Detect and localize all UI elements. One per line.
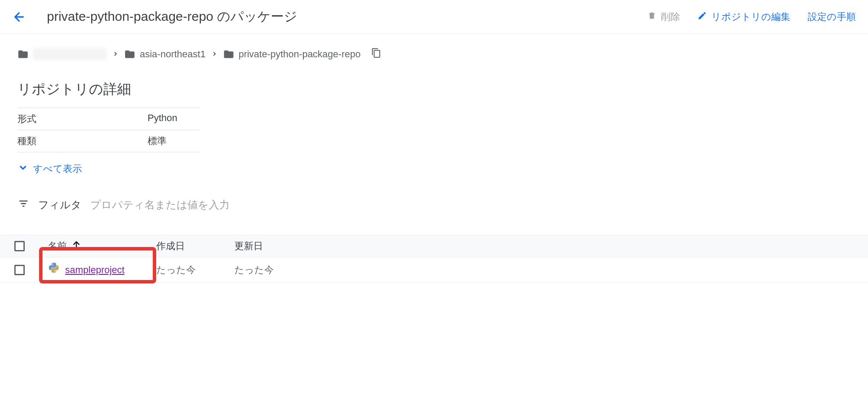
copy-button[interactable] [371, 48, 381, 61]
detail-format-value: Python [148, 112, 200, 125]
detail-type-label: 種類 [17, 135, 148, 148]
chevron-right-icon [211, 49, 218, 60]
show-all-label: すべて表示 [33, 162, 82, 175]
package-link[interactable]: sampleproject [65, 264, 125, 276]
page-title: private-python-package-repo のパッケージ [47, 8, 647, 26]
edit-repo-button[interactable]: リポジトリの編集 [697, 10, 790, 23]
breadcrumb-project[interactable] [17, 48, 107, 60]
copy-icon [371, 48, 381, 58]
breadcrumb-project-blurred [33, 48, 107, 60]
pencil-icon [697, 11, 707, 23]
detail-format-label: 形式 [17, 112, 148, 125]
col-updated-header[interactable]: 更新日 [234, 240, 321, 253]
filter-input[interactable]: プロパティ名または値を入力 [90, 198, 230, 212]
folder-icon [223, 49, 234, 60]
filter-icon[interactable] [17, 198, 30, 212]
folder-icon [124, 49, 135, 60]
col-created-header[interactable]: 作成日 [156, 240, 234, 253]
chevron-down-icon [17, 162, 29, 176]
edit-label: リポジトリの編集 [711, 10, 790, 23]
setup-label: 設定の手順 [808, 10, 856, 23]
created-cell: たった今 [156, 263, 234, 277]
chevron-right-icon [112, 49, 119, 60]
delete-label: 削除 [661, 10, 680, 23]
table-row: sampleproject たった今 たった今 [0, 257, 868, 283]
breadcrumb-repo-label: private-python-package-repo [239, 49, 361, 60]
detail-table: 形式 Python 種類 標準 [17, 108, 200, 152]
col-name-header[interactable]: 名前 [39, 240, 156, 253]
select-all-checkbox[interactable] [14, 241, 25, 251]
sort-ascending-icon [71, 240, 82, 253]
show-all-button[interactable]: すべて表示 [17, 162, 851, 176]
detail-type-value: 標準 [148, 135, 200, 148]
row-checkbox[interactable] [14, 265, 25, 275]
folder-icon [17, 49, 29, 60]
setup-button[interactable]: 設定の手順 [808, 10, 856, 23]
updated-cell: たった今 [234, 263, 321, 277]
breadcrumb-repo[interactable]: private-python-package-repo [223, 49, 361, 60]
delete-button[interactable]: 削除 [647, 10, 680, 23]
section-title: リポジトリの詳細 [17, 80, 851, 99]
table-header: 名前 作成日 更新日 [0, 235, 868, 257]
back-button[interactable] [12, 10, 26, 24]
breadcrumb: asia-northeast1 private-python-package-r… [17, 48, 851, 61]
breadcrumb-region-label: asia-northeast1 [140, 49, 206, 60]
python-icon [48, 263, 60, 277]
col-name-label: 名前 [48, 240, 67, 253]
trash-icon [647, 11, 657, 23]
breadcrumb-region[interactable]: asia-northeast1 [124, 49, 206, 60]
filter-label: フィルタ [38, 198, 82, 212]
